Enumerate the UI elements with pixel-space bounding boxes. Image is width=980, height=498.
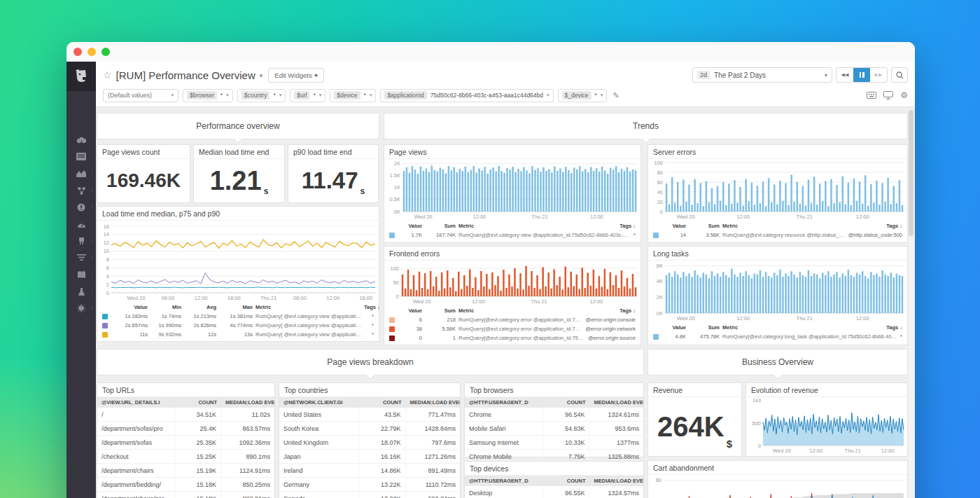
legend-row[interactable]: 143.58KRumQuery[@evt.category:resource @… (653, 230, 902, 240)
legend-row[interactable]: 2s 657ms1s 990ms2s 626ms4s 774msRumQuery… (102, 321, 374, 330)
widget-title: Load time end median, p75 and p90 (97, 207, 379, 221)
widget-title: p90 load time end (288, 145, 378, 159)
widget-top-countries[interactable]: Top countries @NETWORK.CLIENT.GICOUNTMED… (279, 382, 461, 498)
template-variables-preset[interactable]: (Default values)▾ (103, 89, 178, 102)
template-variable-pill[interactable]: $applicationId 75d50c62-8b66-403c-a453-a… (380, 89, 553, 102)
template-variable-pill[interactable]: $browser * ▾ (183, 89, 233, 102)
sidebar-item-synthetics[interactable]: › (71, 286, 92, 296)
sidebar-item-metrics[interactable]: › (71, 168, 92, 179)
gear-icon[interactable]: ⚙ (900, 90, 908, 100)
star-icon[interactable]: ☆ (103, 69, 112, 81)
cart-abandonment-chart[interactable]: 204060 (648, 475, 907, 498)
sidebar-item-logs[interactable]: › (71, 269, 92, 279)
table-row[interactable]: /department/sofas25.35K1092.36ms (97, 436, 274, 450)
table-row[interactable]: Mobile Safari54.83K953.6ms (465, 422, 643, 436)
chevron-down-icon[interactable]: ▾ (260, 72, 263, 79)
load-time-chart[interactable]: 0246810121416Wed 2006:0012:0018:00Thu 21… (97, 221, 379, 302)
template-variable-pill[interactable]: $url * ▾ (290, 89, 326, 102)
revenue-evolution-chart[interactable]: 05001e3Wed 2012:00Thu 2112:00 (746, 397, 907, 455)
table-row[interactable]: /department/chairs15.19K1124.91ms (97, 464, 274, 478)
forward-button[interactable]: ▶▶ (870, 68, 887, 82)
sidebar-item-watchdog[interactable] (71, 134, 92, 145)
table-row[interactable]: United Kingdom18.07K797.6ms (279, 436, 460, 450)
search-button[interactable] (891, 67, 908, 83)
table-row[interactable]: /department/sofas/pro25.4K863.57ms (97, 422, 274, 436)
widget-frontend-errors[interactable]: Frontend errors 050100Wed 2012:00Thu 211… (384, 246, 641, 345)
sidebar-item-apm[interactable]: › (71, 219, 92, 229)
table-row[interactable]: Samsung Internet10.33K1377ms (465, 436, 643, 450)
vertical-scrollbar[interactable] (909, 110, 913, 498)
widget-top-devices[interactable]: Top devices @HTTP.USERAGENT_DCOUNTMEDIAN… (464, 461, 644, 498)
group-header-trends[interactable]: Trends (384, 113, 908, 139)
edit-widgets-button[interactable]: Edit Widgets+ (268, 68, 324, 83)
server-errors-chart[interactable]: 020406080100Wed 2012:00Thu 2112:00 (648, 159, 907, 221)
svg-text:18:00: 18:00 (359, 295, 372, 301)
pause-button[interactable] (853, 68, 870, 82)
edit-variables-pencil-icon[interactable]: ✎ (612, 91, 619, 100)
legend-row[interactable]: 6218RumQuery[@evt.category:error @applic… (389, 315, 636, 324)
svg-text:0: 0 (106, 290, 109, 296)
widget-top-urls[interactable]: Top URLs @VIEW.URL_DETAILS.ICOUNTMEDIAN:… (97, 382, 275, 498)
table-row[interactable]: Canada13.02K690.24ms (279, 492, 460, 498)
widget-p90-load-time[interactable]: p90 load time end 11.47s (288, 144, 379, 203)
legend-row[interactable]: 4.8K475.78KRumQuery[@evt.category:long_t… (653, 332, 902, 341)
widget-page-views-count[interactable]: Page views count 169.46K (97, 144, 190, 203)
legend-row[interactable]: 1.7K167.74KRumQuery[@evt.category:view @… (389, 230, 636, 240)
table-row[interactable]: United States43.5K771.47ms (279, 408, 460, 422)
legend-row[interactable]: 385.58KRumQuery[@evt.category:error @app… (389, 324, 636, 333)
minimize-window-button[interactable] (88, 48, 96, 56)
widget-long-tasks[interactable]: Long tasks 0K2K4K6KWed 2012:00Thu 2112:0… (648, 246, 908, 345)
svg-text:10: 10 (104, 248, 109, 254)
widget-cart-abandonment[interactable]: Cart abandonment 204060 (648, 460, 908, 498)
table-row[interactable]: /34.51K11.02s (97, 408, 274, 422)
table-row[interactable]: South Korea22.79K1428.84ms (279, 422, 460, 436)
table-row[interactable]: Desktop96.55K1324.57ms (465, 486, 643, 498)
widget-title: Server errors (648, 145, 907, 159)
template-variable-pill[interactable]: $_device * ▾ (558, 89, 608, 102)
sidebar-item-pipelines[interactable]: › (71, 252, 92, 263)
svg-text:2: 2 (106, 282, 109, 288)
template-variable-pill[interactable]: $country * ▾ (237, 89, 286, 102)
widget-revenue-evolution[interactable]: Evolution of revenue 05001e3Wed 2012:00T… (746, 382, 908, 457)
frontend-errors-chart[interactable]: 050100Wed 2012:00Thu 2112:00 (384, 261, 640, 305)
datadog-logo[interactable] (66, 62, 96, 91)
widget-revenue[interactable]: Revenue 264K$ (648, 382, 742, 457)
group-header-breakdown[interactable]: Page views breakdown (97, 349, 644, 375)
series-swatch (653, 334, 659, 340)
long-tasks-chart[interactable]: 0K2K4K6KWed 2012:00Thu 2112:00 (648, 261, 907, 322)
rewind-button[interactable]: ◀◀ (836, 68, 853, 82)
template-variable-pill[interactable]: $device * ▾ (330, 89, 376, 102)
widget-server-errors[interactable]: Server errors 020406080100Wed 2012:00Thu… (648, 144, 908, 243)
sidebar-item-infrastructure[interactable]: › (71, 185, 92, 195)
sidebar-item-events[interactable] (71, 151, 92, 162)
svg-text:0: 0 (396, 293, 399, 300)
table-row[interactable]: Germany13.22K1110.72ms (279, 478, 460, 492)
table-row[interactable]: Chrome96.54K1324.61ms (465, 408, 643, 422)
table-row[interactable]: /department/bedding/15.18K850.25ms (97, 478, 274, 492)
zoom-window-button[interactable] (102, 48, 110, 56)
scrollbar-thumb[interactable] (909, 110, 913, 236)
widget-top-browsers[interactable]: Top browsers @HTTP.USERAGENT_DCOUNTMEDIA… (464, 382, 644, 457)
widget-page-views[interactable]: Page views 0K0.5K1K1.5K2KWed 2012:00Thu … (384, 144, 641, 243)
page-views-chart[interactable]: 0K0.5K1K1.5K2KWed 2012:00Thu 2112:00 (384, 159, 640, 221)
legend-row[interactable]: 11s9s 932ms12s13sRumQuery[ @evt.category… (102, 330, 374, 339)
table-row[interactable]: Japan16.16K1271.26ms (279, 450, 460, 464)
legend-row[interactable]: 1s 283ms1s 74ms1s 213ms1s 381msRumQuery[… (102, 312, 374, 321)
series-swatch (389, 233, 395, 238)
flask-icon (77, 287, 86, 296)
keyboard-icon[interactable] (867, 92, 876, 99)
widget-load-time-chart[interactable]: Load time end median, p75 and p90 024681… (97, 206, 379, 342)
close-window-button[interactable] (74, 48, 82, 56)
widget-median-load-time[interactable]: Median load time end 1.21s (193, 144, 285, 203)
table-row[interactable]: Ireland14.86K891.49ms (279, 464, 460, 478)
sidebar-item-security[interactable]: › (71, 303, 92, 313)
sidebar-item-monitors[interactable]: › (71, 202, 92, 212)
table-row[interactable]: /checkout15.25K890.1ms (97, 450, 274, 464)
monitor-icon[interactable] (883, 91, 893, 99)
time-range-selector[interactable]: 2d The Past 2 Days ▾ (692, 67, 832, 83)
group-header-business[interactable]: Business Overview (648, 349, 908, 375)
group-header-performance[interactable]: Performance overview (97, 113, 379, 139)
table-row[interactable]: /department/chairs/pro15.18K882.91ms (97, 492, 274, 498)
legend-row[interactable]: 01RumQuery[@evt.category:error @applicat… (389, 333, 636, 343)
sidebar-item-integrations[interactable]: › (71, 235, 92, 246)
